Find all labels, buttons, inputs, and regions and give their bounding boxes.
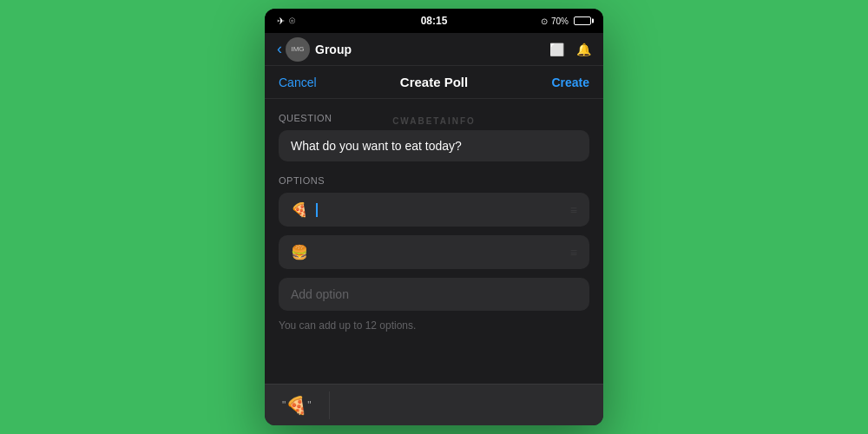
options-section-label: OPTIONS [279, 175, 589, 186]
group-actions: ⬜ 🔔 [549, 43, 591, 56]
poll-content: CWABETAINFO QUESTION OPTIONS 🍕 ≡ 🍔 ≡ Add… [265, 99, 603, 384]
options-hint: You can add up to 12 options. [279, 319, 589, 332]
drag-handle-1[interactable]: ≡ [570, 203, 577, 217]
cancel-button[interactable]: Cancel [279, 76, 317, 89]
text-cursor [316, 203, 318, 217]
option-2-emoji: 🍔 [291, 244, 308, 260]
poll-title: Create Poll [400, 75, 468, 89]
add-option-row[interactable]: Add option [279, 278, 589, 311]
back-button[interactable]: ‹ [277, 40, 282, 58]
option-row-1: 🍕 ≡ [279, 193, 589, 227]
status-bar: ✈ ⦾ 08:15 ⊙ 70% [265, 9, 603, 33]
question-section: QUESTION [279, 113, 589, 175]
airplane-icon: ✈ [277, 16, 285, 27]
question-section-label: QUESTION [279, 113, 589, 123]
bottom-bar: " 🍕 " [265, 384, 603, 425]
phone-frame: ✈ ⦾ 08:15 ⊙ 70% ‹ IMG Group ⬜ 🔔 Cancel C… [265, 9, 603, 425]
drag-handle-2[interactable]: ≡ [570, 246, 577, 260]
group-nav-bar: ‹ IMG Group ⬜ 🔔 [265, 33, 603, 66]
battery-percent: 70% [551, 16, 569, 26]
create-button[interactable]: Create [551, 76, 589, 89]
question-input[interactable] [279, 130, 589, 161]
bottom-quote-right: " [307, 399, 311, 411]
status-left: ✈ ⦾ [277, 16, 295, 27]
wifi-icon: ⦾ [289, 16, 295, 26]
group-avatar: IMG [286, 37, 310, 62]
battery-icon [574, 16, 591, 25]
status-time: 08:15 [421, 15, 448, 27]
group-name: Group [315, 43, 352, 56]
option-1-emoji: 🍕 [291, 201, 308, 218]
video-icon[interactable]: ⬜ [549, 43, 564, 56]
poll-modal-header: Cancel Create Poll Create [265, 66, 603, 99]
bottom-emoji-item[interactable]: " 🍕 " [265, 391, 330, 419]
add-option-label: Add option [291, 287, 349, 301]
bell-icon[interactable]: 🔔 [576, 43, 591, 56]
eye-icon: ⊙ [541, 16, 548, 26]
status-right: ⊙ 70% [541, 16, 591, 26]
option-row-2: 🍔 ≡ [279, 235, 589, 269]
options-section: OPTIONS 🍕 ≡ 🍔 ≡ Add option You can add u… [279, 175, 589, 332]
bottom-pizza-emoji: 🍕 [286, 395, 307, 416]
